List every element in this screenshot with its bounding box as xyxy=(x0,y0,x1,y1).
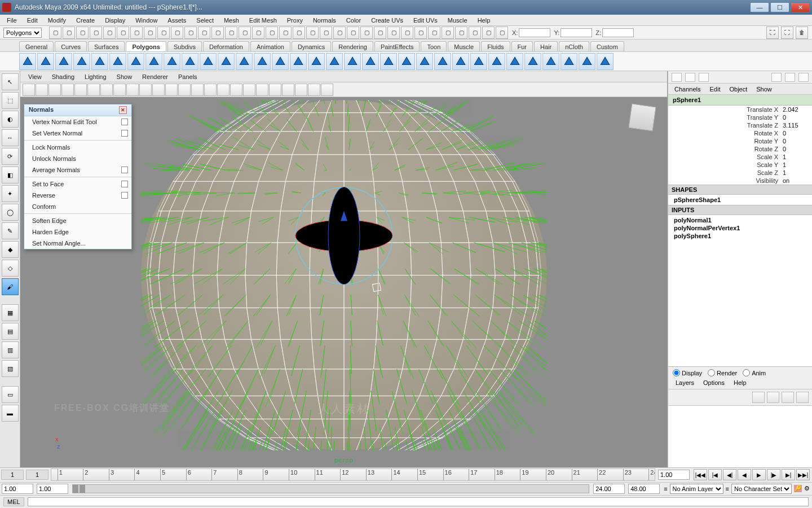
channel-menu-channels[interactable]: Channels xyxy=(670,85,704,93)
shelf-item-26[interactable] xyxy=(488,53,505,70)
rotate-manipulator[interactable] xyxy=(141,100,547,450)
panel-tool-12[interactable] xyxy=(178,84,191,96)
shelf-item-22[interactable] xyxy=(416,53,433,70)
panel-tool-19[interactable] xyxy=(269,84,281,96)
shelf-tab-rendering[interactable]: Rendering xyxy=(332,41,373,51)
shelf-tab-deformation[interactable]: Deformation xyxy=(203,41,249,51)
attr-rotate-z[interactable]: Rotate Z0 xyxy=(668,145,812,153)
shelf-item-31[interactable] xyxy=(579,53,595,70)
panel-tool-22[interactable] xyxy=(308,84,320,96)
normals-item-set-to-face[interactable]: Set to Face xyxy=(24,178,131,190)
panel-tool-1[interactable] xyxy=(36,84,48,96)
shelf-item-1[interactable] xyxy=(37,53,54,70)
shelf-tab-ncloth[interactable]: nCloth xyxy=(559,41,589,51)
construction-icon-2[interactable]: ⛶ xyxy=(781,27,793,39)
normals-item-reverse[interactable]: Reverse xyxy=(24,190,131,201)
mode-selector[interactable]: Polygons xyxy=(3,28,42,38)
tool-1[interactable]: ⬚ xyxy=(2,92,19,109)
shelf-item-27[interactable] xyxy=(506,53,523,70)
panel-tool-7[interactable] xyxy=(113,84,126,96)
trash-icon[interactable]: 🗑 xyxy=(796,27,808,39)
menu-edit-mesh[interactable]: Edit Mesh xyxy=(245,16,281,25)
panel-tool-14[interactable] xyxy=(204,84,217,96)
layer-menu-help[interactable]: Help xyxy=(730,379,751,387)
shelf-tab-fur[interactable]: Fur xyxy=(511,41,533,51)
tool-0[interactable]: ↖ xyxy=(2,73,19,90)
panel-tool-13[interactable] xyxy=(191,84,204,96)
shelf-item-9[interactable] xyxy=(182,53,198,70)
attr-translate-y[interactable]: Translate Y0 xyxy=(668,113,812,121)
script-lang-label[interactable]: MEL xyxy=(3,497,24,506)
attr-rotate-y[interactable]: Rotate Y0 xyxy=(668,137,812,145)
panel-tool-9[interactable] xyxy=(139,84,152,96)
shelf-item-14[interactable] xyxy=(272,53,289,70)
attr-scale-y[interactable]: Scale Y1 xyxy=(668,161,812,169)
object-name[interactable]: pSphere1 xyxy=(668,95,812,106)
panel-tool-3[interactable] xyxy=(61,84,74,96)
shelf-tab-surfaces[interactable]: Surfaces xyxy=(88,41,125,51)
anim-layer-icon[interactable]: ≡ xyxy=(664,485,667,492)
shelf-item-4[interactable] xyxy=(91,53,108,70)
shelf-tab-general[interactable]: General xyxy=(19,41,54,51)
menu-proxy[interactable]: Proxy xyxy=(283,16,307,25)
status-tool-7[interactable]: ▢ xyxy=(144,27,156,39)
shelf-item-18[interactable] xyxy=(344,53,361,70)
tool-16[interactable]: ▧ xyxy=(2,360,19,377)
menu-modify[interactable]: Modify xyxy=(43,16,70,25)
autokey-button[interactable]: 🔑 xyxy=(794,485,802,492)
attr-translate-z[interactable]: Translate Z3.115 xyxy=(668,121,812,129)
layer-list[interactable] xyxy=(668,405,812,467)
channel-layout-icon[interactable] xyxy=(672,73,682,82)
tool-2[interactable]: ◐ xyxy=(2,111,19,128)
prefs-button[interactable]: ⚙ xyxy=(804,485,810,492)
minimize-button[interactable]: — xyxy=(750,2,769,12)
prev-key-button[interactable]: ◀| xyxy=(723,469,736,480)
shelf-item-8[interactable] xyxy=(164,53,180,70)
shelf-item-10[interactable] xyxy=(200,53,217,70)
channel-menu-object[interactable]: Object xyxy=(725,85,751,93)
layer-radio-display[interactable]: Display xyxy=(673,369,702,376)
shelf-item-6[interactable] xyxy=(127,53,144,70)
shelf-item-25[interactable] xyxy=(470,53,487,70)
shelf-item-16[interactable] xyxy=(308,53,325,70)
panel-tool-23[interactable] xyxy=(321,84,333,96)
panel-tool-10[interactable] xyxy=(152,84,165,96)
panel-tool-6[interactable] xyxy=(100,84,113,96)
tool-19[interactable]: ▬ xyxy=(2,405,19,422)
normals-item-conform[interactable]: Conform xyxy=(24,201,131,212)
menu-window[interactable]: Window xyxy=(131,16,162,25)
status-tool-10[interactable]: ▢ xyxy=(184,27,197,39)
menu-color[interactable]: Color xyxy=(342,16,365,25)
status-tool-24[interactable]: ▢ xyxy=(374,27,386,39)
shelf-item-5[interactable] xyxy=(109,53,126,70)
normals-item-average-normals[interactable]: Average Normals xyxy=(24,164,131,176)
construction-icon[interactable]: ⛶ xyxy=(766,27,779,39)
range-start-vis-field[interactable] xyxy=(37,484,68,494)
shelf-item-32[interactable] xyxy=(597,53,614,70)
attr-scale-x[interactable]: Scale X1 xyxy=(668,153,812,161)
viewcube[interactable] xyxy=(628,103,656,132)
panel-menu-show[interactable]: Show xyxy=(112,73,137,81)
input-node-polySphere1[interactable]: polySphere1 xyxy=(668,232,812,240)
layer-radio-anim[interactable]: Anim xyxy=(743,369,766,376)
status-tool-19[interactable]: ▢ xyxy=(306,27,319,39)
tool-6[interactable]: ✦ xyxy=(2,185,19,202)
popup-close-icon[interactable]: ✕ xyxy=(119,106,127,114)
shelf-item-0[interactable] xyxy=(19,53,36,70)
shelf-item-20[interactable] xyxy=(380,53,397,70)
panel-tool-20[interactable] xyxy=(282,84,294,96)
shelf-tab-subdivs[interactable]: Subdivs xyxy=(167,41,202,51)
normals-item-vertex-normal-edit-tool[interactable]: Vertex Normal Edit Tool xyxy=(24,116,131,128)
status-tool-8[interactable]: ▢ xyxy=(157,27,170,39)
menu-file[interactable]: File xyxy=(2,16,21,25)
channel-help-icon[interactable] xyxy=(798,73,809,82)
status-tool-4[interactable]: ▢ xyxy=(103,27,116,39)
normals-item-set-normal-angle-[interactable]: Set Normal Angle... xyxy=(24,238,131,249)
tool-11[interactable]: 🖌 xyxy=(2,278,19,295)
shelf-item-23[interactable] xyxy=(434,53,451,70)
coord-z-input[interactable] xyxy=(602,28,634,37)
channel-layout-icon-3[interactable] xyxy=(699,73,709,82)
channel-menu-show[interactable]: Show xyxy=(752,85,776,93)
shape-node[interactable]: pSphereShape1 xyxy=(668,196,812,204)
shelf-item-21[interactable] xyxy=(398,53,415,70)
